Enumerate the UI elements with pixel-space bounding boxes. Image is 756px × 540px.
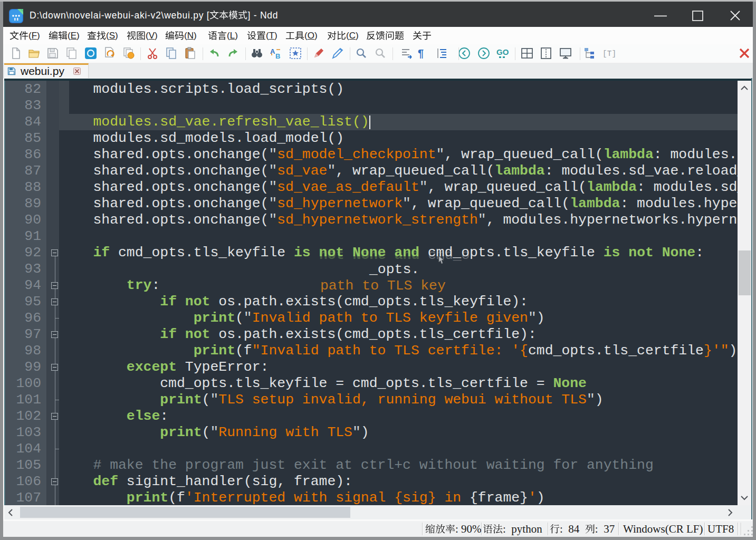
svg-text:¶: ¶ [418,47,424,59]
svg-text:GO: GO [496,47,509,56]
svg-text:A: A [270,47,275,55]
svg-text:B: B [275,52,280,60]
svg-text:[T]: [T] [602,50,616,58]
